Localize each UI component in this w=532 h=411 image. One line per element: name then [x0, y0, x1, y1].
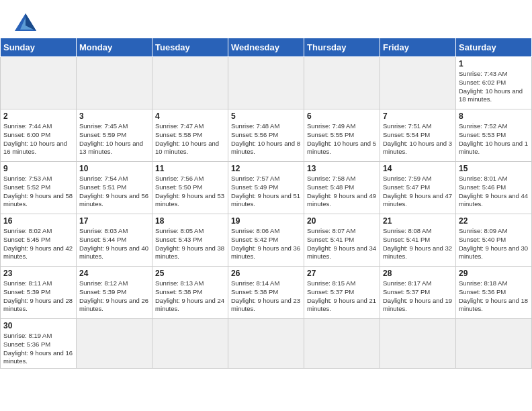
calendar-cell: 16Sunrise: 8:02 AM Sunset: 5:45 PM Dayli… [1, 214, 77, 267]
day-info: Sunrise: 7:57 AM Sunset: 5:49 PM Dayligh… [231, 175, 301, 209]
weekday-header-sunday: Sunday [1, 38, 77, 57]
calendar-cell: 17Sunrise: 8:03 AM Sunset: 5:44 PM Dayli… [77, 214, 152, 267]
day-info: Sunrise: 8:05 AM Sunset: 5:43 PM Dayligh… [155, 227, 225, 261]
calendar-header: SundayMondayTuesdayWednesdayThursdayFrid… [1, 38, 532, 57]
weekday-header-thursday: Thursday [304, 38, 380, 57]
calendar-cell: 4Sunrise: 7:47 AM Sunset: 5:58 PM Daylig… [152, 109, 228, 162]
calendar-body: 1Sunrise: 7:43 AM Sunset: 6:02 PM Daylig… [1, 57, 532, 369]
calendar-cell: 28Sunrise: 8:17 AM Sunset: 5:37 PM Dayli… [380, 267, 456, 319]
weekday-header-tuesday: Tuesday [152, 38, 228, 57]
day-info: Sunrise: 8:09 AM Sunset: 5:40 PM Dayligh… [459, 227, 529, 261]
calendar-cell: 3Sunrise: 7:45 AM Sunset: 5:59 PM Daylig… [77, 109, 152, 162]
day-info: Sunrise: 7:58 AM Sunset: 5:48 PM Dayligh… [307, 175, 377, 209]
weekday-row: SundayMondayTuesdayWednesdayThursdayFrid… [1, 38, 532, 57]
day-info: Sunrise: 8:19 AM Sunset: 5:36 PM Dayligh… [3, 332, 73, 366]
week-row-4: 16Sunrise: 8:02 AM Sunset: 5:45 PM Dayli… [1, 214, 532, 267]
day-number: 19 [231, 216, 301, 226]
calendar-cell: 29Sunrise: 8:18 AM Sunset: 5:36 PM Dayli… [456, 267, 532, 319]
calendar-cell [152, 57, 228, 109]
calendar-cell: 27Sunrise: 8:15 AM Sunset: 5:37 PM Dayli… [304, 267, 380, 319]
day-info: Sunrise: 7:54 AM Sunset: 5:51 PM Dayligh… [79, 175, 149, 209]
calendar-cell: 25Sunrise: 8:13 AM Sunset: 5:38 PM Dayli… [152, 267, 228, 319]
day-number: 20 [307, 216, 377, 226]
weekday-header-wednesday: Wednesday [228, 38, 304, 57]
day-info: Sunrise: 8:01 AM Sunset: 5:46 PM Dayligh… [459, 175, 529, 209]
day-info: Sunrise: 8:11 AM Sunset: 5:39 PM Dayligh… [3, 279, 73, 314]
day-info: Sunrise: 8:13 AM Sunset: 5:38 PM Dayligh… [155, 279, 225, 314]
weekday-header-saturday: Saturday [456, 38, 532, 57]
calendar-cell [77, 319, 152, 369]
calendar-cell: 15Sunrise: 8:01 AM Sunset: 5:46 PM Dayli… [456, 162, 532, 214]
calendar-cell: 21Sunrise: 8:08 AM Sunset: 5:41 PM Dayli… [380, 214, 456, 267]
calendar-cell [380, 57, 456, 109]
generalblue-logo-icon [13, 12, 38, 32]
day-info: Sunrise: 8:03 AM Sunset: 5:44 PM Dayligh… [79, 227, 149, 261]
day-number: 1 [459, 59, 529, 68]
calendar-cell [456, 319, 532, 369]
day-info: Sunrise: 7:53 AM Sunset: 5:52 PM Dayligh… [3, 175, 73, 209]
day-number: 5 [231, 111, 301, 121]
day-number: 18 [155, 216, 225, 226]
day-number: 11 [155, 164, 225, 173]
day-number: 15 [459, 164, 529, 173]
day-info: Sunrise: 7:48 AM Sunset: 5:56 PM Dayligh… [231, 122, 301, 156]
day-info: Sunrise: 8:08 AM Sunset: 5:41 PM Dayligh… [383, 227, 453, 261]
day-number: 3 [79, 111, 149, 121]
day-info: Sunrise: 7:49 AM Sunset: 5:55 PM Dayligh… [307, 122, 377, 156]
day-info: Sunrise: 8:12 AM Sunset: 5:39 PM Dayligh… [79, 279, 149, 314]
weekday-header-friday: Friday [380, 38, 456, 57]
calendar-cell: 14Sunrise: 7:59 AM Sunset: 5:47 PM Dayli… [380, 162, 456, 214]
calendar-cell: 8Sunrise: 7:52 AM Sunset: 5:53 PM Daylig… [456, 109, 532, 162]
day-info: Sunrise: 8:07 AM Sunset: 5:41 PM Dayligh… [307, 227, 377, 261]
day-info: Sunrise: 7:44 AM Sunset: 6:00 PM Dayligh… [3, 122, 73, 156]
week-row-1: 1Sunrise: 7:43 AM Sunset: 6:02 PM Daylig… [1, 57, 532, 109]
page: SundayMondayTuesdayWednesdayThursdayFrid… [0, 0, 532, 369]
calendar-cell: 26Sunrise: 8:14 AM Sunset: 5:38 PM Dayli… [228, 267, 304, 319]
day-number: 26 [231, 269, 301, 278]
calendar-cell [77, 57, 152, 109]
day-number: 7 [383, 111, 453, 121]
day-number: 10 [79, 164, 149, 173]
day-number: 17 [79, 216, 149, 226]
week-row-3: 9Sunrise: 7:53 AM Sunset: 5:52 PM Daylig… [1, 162, 532, 214]
day-info: Sunrise: 8:18 AM Sunset: 5:36 PM Dayligh… [459, 279, 529, 314]
calendar-cell: 5Sunrise: 7:48 AM Sunset: 5:56 PM Daylig… [228, 109, 304, 162]
calendar-cell [152, 319, 228, 369]
calendar-cell: 30Sunrise: 8:19 AM Sunset: 5:36 PM Dayli… [1, 319, 77, 369]
calendar-cell: 6Sunrise: 7:49 AM Sunset: 5:55 PM Daylig… [304, 109, 380, 162]
calendar-cell: 2Sunrise: 7:44 AM Sunset: 6:00 PM Daylig… [1, 109, 77, 162]
day-info: Sunrise: 8:15 AM Sunset: 5:37 PM Dayligh… [307, 279, 377, 314]
day-number: 13 [307, 164, 377, 173]
day-info: Sunrise: 8:06 AM Sunset: 5:42 PM Dayligh… [231, 227, 301, 261]
day-info: Sunrise: 8:17 AM Sunset: 5:37 PM Dayligh… [383, 279, 453, 314]
day-info: Sunrise: 7:59 AM Sunset: 5:47 PM Dayligh… [383, 175, 453, 209]
day-number: 9 [3, 164, 73, 173]
day-number: 8 [459, 111, 529, 121]
day-info: Sunrise: 7:52 AM Sunset: 5:53 PM Dayligh… [459, 122, 529, 156]
day-number: 24 [79, 269, 149, 278]
calendar: SundayMondayTuesdayWednesdayThursdayFrid… [0, 38, 532, 369]
calendar-cell: 11Sunrise: 7:56 AM Sunset: 5:50 PM Dayli… [152, 162, 228, 214]
day-number: 29 [459, 269, 529, 278]
day-number: 28 [383, 269, 453, 278]
day-info: Sunrise: 7:47 AM Sunset: 5:58 PM Dayligh… [155, 122, 225, 156]
day-info: Sunrise: 8:02 AM Sunset: 5:45 PM Dayligh… [3, 227, 73, 261]
calendar-cell [228, 319, 304, 369]
day-info: Sunrise: 7:56 AM Sunset: 5:50 PM Dayligh… [155, 175, 225, 209]
week-row-6: 30Sunrise: 8:19 AM Sunset: 5:36 PM Dayli… [1, 319, 532, 369]
calendar-cell: 19Sunrise: 8:06 AM Sunset: 5:42 PM Dayli… [228, 214, 304, 267]
weekday-header-monday: Monday [77, 38, 152, 57]
calendar-cell: 12Sunrise: 7:57 AM Sunset: 5:49 PM Dayli… [228, 162, 304, 214]
calendar-cell: 18Sunrise: 8:05 AM Sunset: 5:43 PM Dayli… [152, 214, 228, 267]
day-number: 22 [459, 216, 529, 226]
week-row-2: 2Sunrise: 7:44 AM Sunset: 6:00 PM Daylig… [1, 109, 532, 162]
day-number: 21 [383, 216, 453, 226]
calendar-cell [380, 319, 456, 369]
day-info: Sunrise: 8:14 AM Sunset: 5:38 PM Dayligh… [231, 279, 301, 314]
week-row-5: 23Sunrise: 8:11 AM Sunset: 5:39 PM Dayli… [1, 267, 532, 319]
calendar-cell: 24Sunrise: 8:12 AM Sunset: 5:39 PM Dayli… [77, 267, 152, 319]
calendar-cell: 1Sunrise: 7:43 AM Sunset: 6:02 PM Daylig… [456, 57, 532, 109]
day-number: 4 [155, 111, 225, 121]
day-number: 2 [3, 111, 73, 121]
calendar-cell [304, 319, 380, 369]
